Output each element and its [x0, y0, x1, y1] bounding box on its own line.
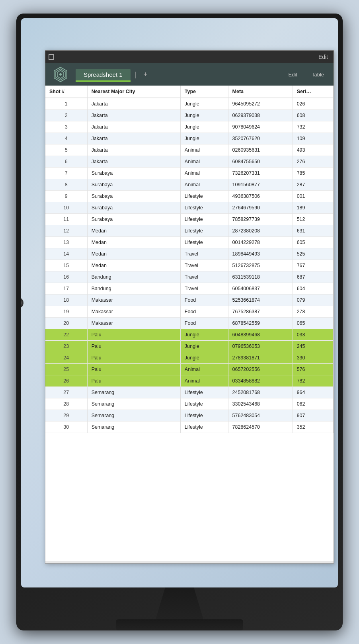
- cell-meta: 0334858882: [228, 375, 293, 387]
- cell-city: Medan: [87, 237, 180, 248]
- tab-spreadsheet-1[interactable]: Spreadsheet 1: [76, 69, 131, 80]
- add-tab-button[interactable]: +: [140, 69, 151, 80]
- cell-shot: 4: [45, 133, 87, 144]
- table-row: 18 Makassar Food 5253661874 079: [45, 295, 334, 306]
- cell-meta: 2872380208: [228, 225, 293, 237]
- table-row: 12 Medan Lifestyle 2872380208 631: [45, 225, 334, 237]
- cell-serial: 287: [293, 179, 333, 191]
- table-row: 1 Jakarta Jungle 9645095272 026: [45, 98, 334, 110]
- cell-type: Jungle: [180, 110, 228, 121]
- cell-serial: 767: [293, 260, 333, 271]
- cell-city: Surabaya: [87, 191, 180, 202]
- table-row: 25 Palu Animal 0657202556 576: [45, 364, 334, 375]
- data-table: Shot # Nearest Major City Type Meta Seri…: [45, 86, 334, 433]
- cell-serial: 189: [293, 202, 333, 214]
- cell-meta: 2452081768: [228, 387, 293, 398]
- cell-shot: 5: [45, 144, 87, 156]
- cell-type: Jungle: [180, 341, 228, 352]
- cell-city: Jakarta: [87, 110, 180, 121]
- table-row: 20 Makassar Food 6878542559 065: [45, 318, 334, 329]
- cell-city: Semarang: [87, 410, 180, 422]
- edit-nav-item[interactable]: Edit: [285, 70, 300, 79]
- monitor-screen: hp Edit: [21, 18, 338, 587]
- table-row: 26 Palu Animal 0334858882 782: [45, 375, 334, 387]
- cell-shot: 10: [45, 202, 87, 214]
- cell-city: Jakarta: [87, 133, 180, 144]
- cell-type: Travel: [180, 260, 228, 271]
- cell-city: Makassar: [87, 318, 180, 329]
- cell-serial: 785: [293, 168, 333, 179]
- cell-city: Medan: [87, 225, 180, 237]
- close-button[interactable]: Edit: [316, 53, 330, 61]
- cell-meta: 1091560877: [228, 179, 293, 191]
- cell-serial: 732: [293, 121, 333, 133]
- table-row: 29 Semarang Lifestyle 5762483054 907: [45, 410, 334, 422]
- cell-type: Lifestyle: [180, 225, 228, 237]
- cell-shot: 19: [45, 306, 87, 318]
- table-row: 19 Makassar Food 7675286387 278: [45, 306, 334, 318]
- header-nav: Edit Table: [285, 70, 327, 79]
- cell-type: Travel: [180, 283, 228, 295]
- cell-shot: 24: [45, 352, 87, 364]
- table-row: 15 Medan Travel 5126732875 767: [45, 260, 334, 271]
- cell-shot: 22: [45, 329, 87, 341]
- cell-shot: 11: [45, 214, 87, 225]
- monitor-base: [116, 619, 243, 630]
- cell-serial: 033: [293, 329, 333, 341]
- cell-meta: 2764679590: [228, 202, 293, 214]
- table-row: 27 Semarang Lifestyle 2452081768 964: [45, 387, 334, 398]
- cell-type: Jungle: [180, 352, 228, 364]
- title-bar: Edit: [45, 51, 334, 63]
- cell-shot: 26: [45, 375, 87, 387]
- cell-shot: 14: [45, 248, 87, 260]
- screen-bezel: hp Edit: [21, 18, 338, 587]
- cell-meta: 0657202556: [228, 364, 293, 375]
- cell-type: Jungle: [180, 121, 228, 133]
- table-nav-item[interactable]: Table: [308, 70, 327, 79]
- table-row: 24 Palu Jungle 2789381871 330: [45, 352, 334, 364]
- cell-serial: 330: [293, 352, 333, 364]
- cell-meta: 6311539118: [228, 271, 293, 283]
- table-row: 16 Bandung Travel 6311539118 687: [45, 271, 334, 283]
- cell-type: Jungle: [180, 133, 228, 144]
- cell-meta: 2789381871: [228, 352, 293, 364]
- cell-type: Animal: [180, 375, 228, 387]
- cell-shot: 3: [45, 121, 87, 133]
- cell-serial: 525: [293, 248, 333, 260]
- col-serial: Seri…: [293, 86, 333, 98]
- cell-meta: 0629379038: [228, 110, 293, 121]
- cell-meta: 7858297739: [228, 214, 293, 225]
- cell-type: Animal: [180, 156, 228, 168]
- cell-city: Palu: [87, 329, 180, 341]
- app-header: Spreadsheet 1 | + Edit Table: [45, 63, 334, 86]
- cell-meta: 9078049624: [228, 121, 293, 133]
- window-restore-icon[interactable]: [49, 54, 54, 60]
- cell-city: Surabaya: [87, 168, 180, 179]
- table-row: 7 Surabaya Animal 7326207331 785: [45, 168, 334, 179]
- cell-shot: 8: [45, 179, 87, 191]
- cell-shot: 16: [45, 271, 87, 283]
- cell-city: Palu: [87, 375, 180, 387]
- cell-shot: 1: [45, 98, 87, 110]
- cell-city: Semarang: [87, 398, 180, 410]
- cell-city: Palu: [87, 352, 180, 364]
- table-row: 17 Bandung Travel 6054006837 604: [45, 283, 334, 295]
- cell-type: Animal: [180, 179, 228, 191]
- cell-city: Palu: [87, 364, 180, 375]
- cell-serial: 782: [293, 375, 333, 387]
- cell-type: Animal: [180, 168, 228, 179]
- svg-point-0: [21, 299, 21, 306]
- cell-type: Food: [180, 318, 228, 329]
- cell-type: Food: [180, 306, 228, 318]
- cell-serial: 907: [293, 410, 333, 422]
- svg-point-5: [59, 73, 62, 76]
- cell-serial: 001: [293, 191, 333, 202]
- cell-city: Bandung: [87, 283, 180, 295]
- cell-type: Jungle: [180, 329, 228, 341]
- monitor-stand: [156, 587, 203, 619]
- table-wrapper[interactable]: Shot # Nearest Major City Type Meta Seri…: [45, 86, 334, 561]
- cell-city: Makassar: [87, 295, 180, 306]
- cell-shot: 13: [45, 237, 87, 248]
- cell-city: Jakarta: [87, 144, 180, 156]
- cell-city: Medan: [87, 248, 180, 260]
